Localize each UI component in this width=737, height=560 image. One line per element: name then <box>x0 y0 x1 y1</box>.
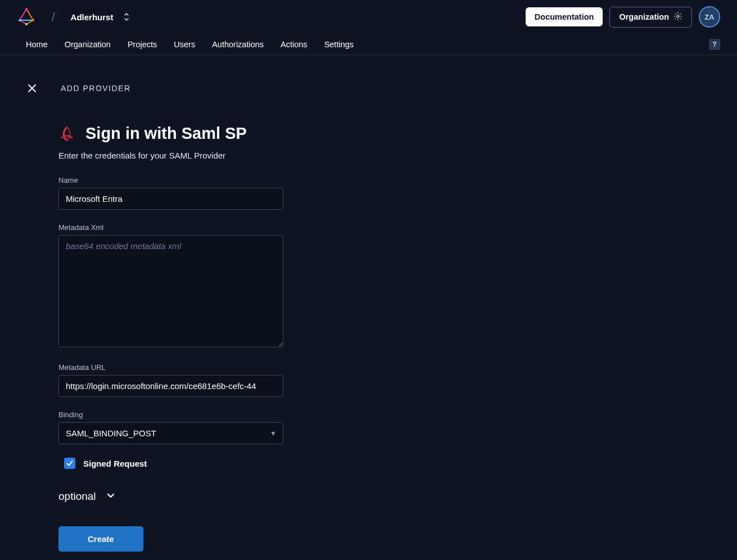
page-subtitle: Enter the credentials for your SAML Prov… <box>58 151 344 160</box>
nav-projects[interactable]: Projects <box>128 40 157 49</box>
signed-request-label: Signed Request <box>83 459 147 468</box>
organization-button-label: Organization <box>619 12 669 21</box>
optional-label: optional <box>58 490 96 503</box>
saml-provider-icon <box>58 125 75 142</box>
svg-point-3 <box>25 23 28 25</box>
close-icon[interactable] <box>26 83 38 93</box>
svg-point-2 <box>32 19 34 21</box>
metadata-url-label: Metadata URL <box>58 363 344 372</box>
org-selector[interactable]: Adlerhurst <box>71 12 130 22</box>
field-name: Name <box>58 176 344 210</box>
signed-request-row: Signed Request <box>58 458 344 469</box>
nav-settings[interactable]: Settings <box>324 40 354 49</box>
form: Name Metadata Xml Metadata URL Binding S… <box>58 176 344 552</box>
optional-toggle[interactable]: optional <box>58 490 344 503</box>
svg-point-1 <box>19 19 21 21</box>
metadata-url-input[interactable] <box>58 375 283 397</box>
documentation-button[interactable]: Documentation <box>526 7 603 26</box>
top-header: / Adlerhurst Documentation Organization … <box>0 0 737 34</box>
nav-actions[interactable]: Actions <box>281 40 308 49</box>
nav-authorizations[interactable]: Authorizations <box>212 40 264 49</box>
gear-icon <box>673 12 682 22</box>
header-left: / Adlerhurst <box>17 7 130 26</box>
create-button[interactable]: Create <box>58 526 143 552</box>
header-right: Documentation Organization ZA <box>526 6 720 28</box>
binding-label: Binding <box>58 410 344 419</box>
nav-row: Home Organization Projects Users Authori… <box>0 34 737 55</box>
avatar[interactable]: ZA <box>699 6 720 28</box>
name-input[interactable] <box>58 188 283 210</box>
svg-point-0 <box>25 8 28 10</box>
chevron-down-icon <box>106 490 115 503</box>
organization-button[interactable]: Organization <box>609 7 692 28</box>
org-name: Adlerhurst <box>71 12 114 22</box>
field-metadata-url: Metadata URL <box>58 363 344 397</box>
field-binding: Binding SAML_BINDING_POST ▼ <box>58 410 344 444</box>
field-metadata-xml: Metadata Xml <box>58 223 344 350</box>
metadata-xml-label: Metadata Xml <box>58 223 344 232</box>
metadata-xml-input[interactable] <box>58 235 283 347</box>
page-title: Sign in with Saml SP <box>85 124 247 143</box>
breadcrumb: ADD PROVIDER <box>61 84 131 93</box>
page-header-row: ADD PROVIDER <box>0 83 737 93</box>
title-row: Sign in with Saml SP <box>58 124 344 143</box>
nav-users[interactable]: Users <box>174 40 195 49</box>
nav-organization[interactable]: Organization <box>65 40 111 49</box>
help-button[interactable]: ? <box>709 39 720 50</box>
page-body: ADD PROVIDER Sign in with Saml SP Enter … <box>0 55 737 560</box>
avatar-initials: ZA <box>704 13 714 21</box>
breadcrumb-separator: / <box>52 11 55 24</box>
unfold-icon <box>123 12 130 21</box>
app-logo[interactable] <box>17 7 36 26</box>
nav-tabs: Home Organization Projects Users Authori… <box>26 40 354 49</box>
content: Sign in with Saml SP Enter the credentia… <box>0 124 344 552</box>
name-label: Name <box>58 176 344 184</box>
binding-select[interactable]: SAML_BINDING_POST <box>58 422 283 444</box>
nav-home[interactable]: Home <box>26 40 48 49</box>
signed-request-checkbox[interactable] <box>64 458 75 469</box>
